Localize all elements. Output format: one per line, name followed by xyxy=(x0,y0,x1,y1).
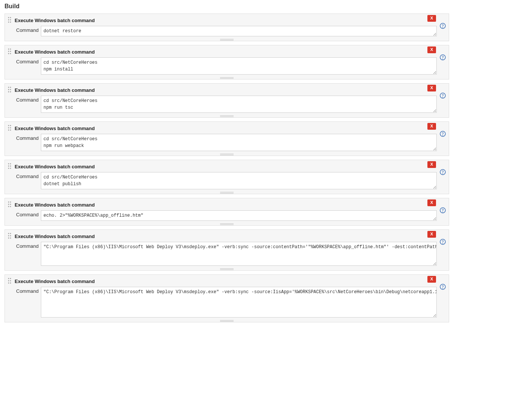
delete-step-button[interactable]: X xyxy=(427,231,436,238)
build-step: Execute Windows batch commandX Command xyxy=(4,198,449,226)
drag-handle-icon[interactable] xyxy=(8,278,12,285)
help-icon[interactable] xyxy=(440,239,446,245)
svg-point-37 xyxy=(10,168,11,169)
step-title: Execute Windows batch command xyxy=(15,18,95,23)
svg-point-5 xyxy=(10,22,11,23)
command-input[interactable] xyxy=(41,287,437,318)
svg-point-7 xyxy=(442,27,443,28)
svg-point-51 xyxy=(10,235,11,237)
command-input[interactable] xyxy=(41,134,437,151)
step-title: Execute Windows batch command xyxy=(15,49,95,55)
svg-point-45 xyxy=(10,206,11,207)
drag-handle-icon[interactable] xyxy=(8,125,12,132)
expand-handle[interactable] xyxy=(5,153,449,156)
build-step: Execute Windows batch commandX Command xyxy=(4,83,449,118)
expand-handle[interactable] xyxy=(5,39,449,41)
svg-point-56 xyxy=(8,278,9,279)
svg-point-27 xyxy=(10,127,11,129)
svg-point-12 xyxy=(8,53,9,54)
expand-handle[interactable] xyxy=(5,268,449,270)
expand-handle[interactable] xyxy=(5,320,449,322)
drag-handle-icon[interactable] xyxy=(8,87,12,93)
step-title: Execute Windows batch command xyxy=(15,202,95,208)
command-label: Command xyxy=(16,242,41,249)
svg-point-36 xyxy=(8,168,9,169)
svg-point-13 xyxy=(10,53,11,54)
svg-point-25 xyxy=(10,125,11,126)
svg-point-58 xyxy=(8,280,9,282)
svg-point-9 xyxy=(10,49,11,50)
svg-point-39 xyxy=(442,173,443,174)
help-icon[interactable] xyxy=(440,23,446,29)
svg-point-16 xyxy=(8,87,9,88)
svg-point-60 xyxy=(8,283,9,284)
svg-point-24 xyxy=(8,125,9,126)
svg-point-57 xyxy=(10,278,11,279)
build-step: Execute Windows batch commandX Command xyxy=(4,45,449,79)
command-input[interactable] xyxy=(41,96,437,113)
svg-point-50 xyxy=(8,235,9,237)
svg-point-4 xyxy=(8,22,9,23)
svg-point-47 xyxy=(442,211,443,212)
svg-point-19 xyxy=(10,89,11,90)
svg-point-48 xyxy=(8,233,9,234)
step-title: Execute Windows batch command xyxy=(15,164,95,169)
help-icon[interactable] xyxy=(440,169,446,175)
section-title: Build xyxy=(4,3,449,10)
expand-handle[interactable] xyxy=(5,192,449,194)
delete-step-button[interactable]: X xyxy=(427,123,436,130)
svg-point-61 xyxy=(10,283,11,284)
command-input[interactable] xyxy=(41,57,437,75)
svg-point-3 xyxy=(10,19,11,21)
svg-point-10 xyxy=(8,51,9,52)
svg-point-52 xyxy=(8,238,9,239)
svg-point-55 xyxy=(442,243,443,244)
expand-handle[interactable] xyxy=(5,223,449,225)
svg-point-49 xyxy=(10,233,11,234)
svg-point-34 xyxy=(8,166,9,167)
command-input[interactable] xyxy=(41,210,437,221)
svg-point-53 xyxy=(10,238,11,239)
drag-handle-icon[interactable] xyxy=(8,17,12,24)
svg-point-20 xyxy=(8,91,9,93)
svg-point-31 xyxy=(442,135,443,136)
delete-step-button[interactable]: X xyxy=(427,85,436,91)
command-input[interactable] xyxy=(41,172,437,189)
svg-point-21 xyxy=(10,91,11,93)
command-label: Command xyxy=(16,210,41,217)
help-icon[interactable] xyxy=(440,93,446,99)
command-input[interactable] xyxy=(41,26,437,36)
svg-point-33 xyxy=(10,163,11,165)
svg-point-18 xyxy=(8,89,9,90)
help-icon[interactable] xyxy=(440,54,446,60)
expand-handle[interactable] xyxy=(5,115,449,117)
delete-step-button[interactable]: X xyxy=(427,15,436,22)
build-step: Execute Windows batch commandX Command xyxy=(4,13,449,41)
drag-handle-icon[interactable] xyxy=(8,48,12,55)
svg-point-40 xyxy=(8,202,9,203)
svg-point-42 xyxy=(8,204,9,205)
delete-step-button[interactable]: X xyxy=(427,161,436,168)
svg-point-63 xyxy=(442,288,443,289)
delete-step-button[interactable]: X xyxy=(427,276,436,283)
help-icon[interactable] xyxy=(440,284,446,290)
command-input[interactable] xyxy=(41,242,437,266)
svg-point-59 xyxy=(10,280,11,282)
svg-point-11 xyxy=(10,51,11,52)
svg-point-1 xyxy=(10,17,11,18)
help-icon[interactable] xyxy=(440,131,446,137)
delete-step-button[interactable]: X xyxy=(427,46,436,53)
build-step: Execute Windows batch commandX Command xyxy=(4,274,449,322)
expand-handle[interactable] xyxy=(5,77,449,79)
drag-handle-icon[interactable] xyxy=(8,233,12,240)
svg-point-29 xyxy=(10,130,11,131)
svg-point-32 xyxy=(8,163,9,165)
step-title: Execute Windows batch command xyxy=(15,87,95,93)
svg-point-17 xyxy=(10,87,11,88)
step-title: Execute Windows batch command xyxy=(15,126,95,131)
svg-point-41 xyxy=(10,202,11,203)
drag-handle-icon[interactable] xyxy=(8,163,12,170)
drag-handle-icon[interactable] xyxy=(8,201,12,208)
delete-step-button[interactable]: X xyxy=(427,199,436,206)
help-icon[interactable] xyxy=(440,207,446,213)
